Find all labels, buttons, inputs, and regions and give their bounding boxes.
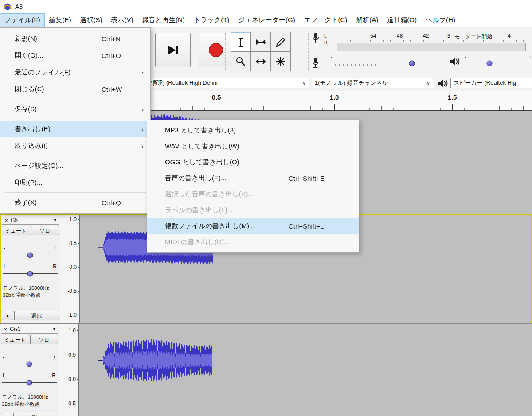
ibeam-icon (235, 36, 246, 48)
solo-button[interactable]: ソロ (30, 335, 59, 344)
submenu-arrow-icon: › (141, 142, 147, 150)
menu-item-export-audio[interactable]: 音声の書き出し(E)... Ctrl+Shift+E (147, 170, 359, 186)
track-close-button[interactable]: × (3, 326, 8, 333)
selection-tool-button[interactable] (231, 32, 251, 52)
draw-tool-button[interactable] (270, 32, 291, 52)
scale-tick (78, 267, 79, 268)
vertical-scale[interactable]: 1.0 0.5 0.0 -0.5 -1.0 (60, 215, 80, 323)
recording-volume-thumb[interactable] (409, 61, 415, 66)
menu-effect[interactable]: エフェクト(C) (300, 13, 352, 27)
meter-scale-label: -54 (368, 33, 376, 39)
meter-ticks (337, 40, 526, 42)
skip-to-end-button[interactable] (155, 33, 191, 67)
menu-help[interactable]: ヘルプ(H) (421, 13, 460, 27)
envelope-tool-button[interactable] (250, 32, 271, 52)
solo-button[interactable]: ソロ (31, 226, 59, 235)
meter-channel-right-label: R (324, 40, 327, 45)
scale-label: -0.5 (67, 288, 77, 294)
mute-button[interactable]: ミュート (2, 226, 30, 235)
menu-item-page-setup[interactable]: ページ設定(G)... (0, 157, 150, 174)
pan-thumb[interactable] (27, 380, 32, 386)
track-title-bar[interactable]: × G5 ▼ (2, 216, 59, 225)
pan-slider[interactable] (3, 270, 58, 278)
track-title-bar[interactable]: × Gis3 ▼ (1, 325, 58, 334)
menu-item-export-labels: ラベルの書き出し(L)... (147, 202, 359, 218)
track-close-button[interactable]: × (4, 217, 9, 224)
toolbar-separator (308, 33, 309, 70)
skip-to-end-icon (165, 42, 181, 58)
menu-generate[interactable]: ジェネレーター(G) (234, 13, 299, 27)
timeline-label: 1.5 (448, 93, 457, 101)
menu-item-close[interactable]: 閉じる(C) Ctrl+W (0, 81, 150, 97)
menu-item-export[interactable]: 書き出し(E) › (0, 121, 150, 137)
speaker-icon (437, 78, 448, 88)
gain-thumb[interactable] (27, 253, 33, 258)
playback-volume-thumb[interactable] (487, 61, 493, 66)
select-button[interactable]: 選択 (13, 413, 58, 416)
submenu-arrow-icon: › (141, 105, 147, 113)
scale-label: 0.0 (69, 264, 77, 270)
track-menu-dropdown-icon[interactable]: ▼ (52, 327, 56, 331)
menu-transport[interactable]: 録音と再生(N) (138, 13, 189, 27)
monitor-start-label[interactable]: モニターを開始 (454, 33, 492, 40)
menu-item-import[interactable]: 取り込み(I) › (0, 137, 150, 154)
collapse-button[interactable]: ▲ (2, 311, 13, 320)
menu-item-print[interactable]: 印刷(P)... (0, 174, 150, 191)
zoom-tool-button[interactable] (231, 51, 251, 71)
menu-tracks[interactable]: トラック(T) (189, 13, 234, 27)
pan-slider[interactable] (2, 379, 57, 387)
menu-item-save[interactable]: 保存(S) › (0, 101, 150, 117)
scale-tick (78, 219, 79, 220)
playback-device-combo[interactable]: スピーカー (Realtek Hig (450, 78, 532, 88)
audacity-logo-icon (3, 2, 12, 11)
track-menu-dropdown-icon[interactable]: ▼ (53, 218, 57, 222)
recording-meter[interactable]: L R -54 -48 -42 -3 モニターを開始 4 (310, 31, 530, 51)
track-name[interactable]: G5 (11, 217, 51, 223)
menu-item-exit[interactable]: 終了(X) Ctrl+Q (0, 194, 150, 211)
menu-item-open[interactable]: 開く(O)... Ctrl+O (0, 47, 150, 64)
gain-thumb[interactable] (27, 362, 32, 367)
menu-file[interactable]: ファイル(F) (0, 13, 45, 27)
gain-slider[interactable] (3, 251, 58, 259)
slider-track (469, 63, 529, 63)
tools-toolbar (231, 32, 290, 71)
menu-item-export-ogg[interactable]: OGG として書き出し(O) (147, 154, 359, 170)
mute-button[interactable]: ミュート (1, 335, 29, 344)
pan-slider-block: L R (3, 264, 58, 280)
recording-device-combo[interactable]: ク配列 (Realtek High Defini ∨ (144, 78, 309, 88)
vertical-scale[interactable]: 1.0 0.5 0.0 -0.5 (59, 324, 79, 416)
waveform-gis3[interactable] (79, 324, 212, 390)
slider-track (335, 63, 443, 63)
menu-item-new[interactable]: 新規(N) Ctrl+N (0, 30, 150, 47)
select-button[interactable]: 選択 (14, 311, 59, 320)
menu-item-export-midi: MIDI の書き出し(D)... (147, 234, 359, 250)
recording-volume-min: - (331, 54, 332, 60)
track-name[interactable]: Gis3 (10, 326, 51, 332)
gain-slider[interactable] (2, 360, 57, 368)
track-format-line2: 32bit 浮動小数点 (3, 292, 41, 299)
timeshift-tool-button[interactable] (250, 51, 271, 71)
menu-item-recent-files[interactable]: 最近のファイル(F) › (0, 64, 150, 81)
menu-analyze[interactable]: 解析(A) (352, 13, 383, 27)
menu-edit[interactable]: 編集(E) (45, 13, 76, 27)
scale-tick (77, 404, 78, 404)
file-menu: 新規(N) Ctrl+N 開く(O)... Ctrl+O 最近のファイル(F) … (0, 27, 151, 214)
export-submenu: MP3 として書き出し(3) WAV として書き出し(W) OGG として書き出… (147, 120, 359, 253)
scale-label: 1.0 (68, 327, 76, 334)
menu-item-export-mp3[interactable]: MP3 として書き出し(3) (147, 122, 359, 138)
pan-thumb[interactable] (27, 271, 33, 277)
pan-right-label: R (52, 373, 56, 379)
recording-volume-slider[interactable] (335, 59, 443, 67)
submenu-arrow-icon: › (141, 69, 147, 76)
menu-item-export-wav[interactable]: WAV として書き出し(W) (147, 138, 359, 154)
menu-select[interactable]: 選択(S) (76, 13, 107, 27)
menu-view[interactable]: 表示(V) (107, 13, 138, 27)
recording-channels-combo[interactable]: 1(モノラル) 録音チャンネル ∨ (312, 78, 433, 88)
chevron-down-icon: ∨ (426, 80, 430, 86)
menu-item-export-multiple[interactable]: 複数ファイルの書き出し(M)... Ctrl+Shift+L (147, 218, 359, 234)
collapse-button[interactable]: ▲ (1, 413, 12, 416)
record-button[interactable] (199, 33, 233, 67)
menu-tools[interactable]: 道具箱(O) (383, 13, 421, 27)
playback-volume-slider[interactable] (469, 59, 529, 67)
multi-tool-button[interactable] (270, 51, 291, 71)
